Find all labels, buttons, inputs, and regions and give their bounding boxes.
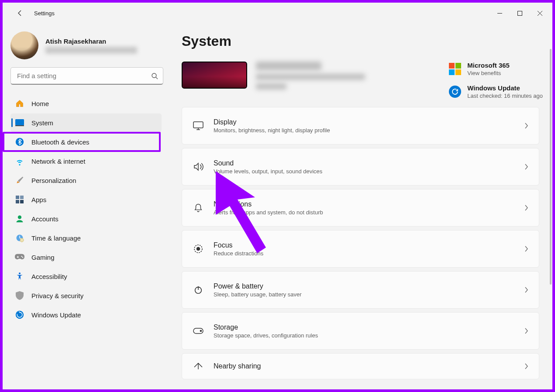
nav-item-label: Windows Update <box>31 311 81 319</box>
nav-item-label: Accessibility <box>31 273 67 280</box>
nav-item-accessibility[interactable]: Accessibility <box>10 267 162 285</box>
clock-globe-icon <box>15 233 24 243</box>
nav-item-personalization[interactable]: Personalization <box>10 171 162 189</box>
main-panel: System Microsoft 365 View benefits <box>169 24 552 389</box>
system-icon <box>15 118 24 127</box>
microsoft-logo-icon <box>449 63 461 75</box>
chevron-right-icon <box>524 205 528 211</box>
nav-item-label: Home <box>31 100 49 107</box>
nav-item-apps[interactable]: Apps <box>10 190 162 209</box>
titlebar: Settings <box>3 3 552 24</box>
nav-item-label: Time & language <box>31 234 81 242</box>
search-icon <box>151 72 158 79</box>
device-info-row: Microsoft 365 View benefits Windows Upda… <box>182 62 543 99</box>
setting-power[interactable]: Power & battery Sleep, battery usage, ba… <box>182 271 539 309</box>
scrollbar[interactable] <box>550 49 552 285</box>
update-title: Windows Update <box>467 84 543 92</box>
home-icon <box>15 99 24 108</box>
chevron-right-icon <box>524 328 528 334</box>
nav-item-accounts[interactable]: Accounts <box>10 210 162 228</box>
svg-point-10 <box>18 216 21 219</box>
profile-name: Atish Rajasekharan <box>45 38 137 45</box>
svg-rect-6 <box>16 196 19 199</box>
avatar <box>10 31 38 59</box>
page-title: System <box>182 33 543 49</box>
minimize-button[interactable] <box>490 6 510 20</box>
nav-item-time-language[interactable]: Time & language <box>10 229 162 247</box>
search-input[interactable] <box>10 67 163 85</box>
setting-sound[interactable]: Sound Volume levels, output, input, soun… <box>182 148 539 186</box>
close-button[interactable] <box>530 6 550 20</box>
nav-item-system[interactable]: System <box>10 113 162 132</box>
nav-item-windows-update[interactable]: Windows Update <box>10 306 162 324</box>
app-title: Settings <box>34 10 55 17</box>
windows-update-card[interactable]: Windows Update Last checked: 16 minutes … <box>449 84 543 99</box>
setting-subtitle: Sleep, battery usage, battery saver <box>214 291 514 298</box>
nav-item-label: Apps <box>31 196 46 203</box>
setting-title: Focus <box>214 241 514 249</box>
focus-icon <box>193 243 204 254</box>
shield-icon <box>15 291 24 300</box>
svg-rect-16 <box>17 256 18 258</box>
svg-rect-19 <box>193 122 203 128</box>
setting-subtitle: Monitors, brightness, night light, displ… <box>214 127 514 134</box>
nav-item-label: Personalization <box>31 177 76 184</box>
nav-item-label: Network & internet <box>31 158 85 165</box>
setting-title: Power & battery <box>214 282 514 290</box>
window-controls <box>490 6 550 20</box>
svg-rect-3 <box>15 119 24 125</box>
svg-rect-7 <box>20 196 24 199</box>
minimize-icon <box>497 11 502 16</box>
chevron-right-icon <box>524 363 528 369</box>
sync-icon <box>15 310 24 320</box>
nav-item-label: Privacy & security <box>31 292 83 299</box>
accessibility-icon <box>15 272 24 281</box>
svg-point-17 <box>19 272 21 274</box>
nav-item-label: System <box>31 119 53 127</box>
ms365-title: Microsoft 365 <box>467 62 510 69</box>
svg-rect-9 <box>20 200 24 203</box>
arrow-left-icon <box>17 10 24 17</box>
setting-nearby-sharing[interactable]: Nearby sharing <box>182 353 539 379</box>
bluetooth-icon <box>15 137 24 147</box>
sidebar: Atish Rajasekharan Home System Bluetooth… <box>3 24 169 389</box>
setting-subtitle: Alerts from apps and system, do not dist… <box>214 209 514 216</box>
setting-notifications[interactable]: Notifications Alerts from apps and syste… <box>182 189 539 227</box>
setting-subtitle: Storage space, drives, configuration rul… <box>214 332 514 339</box>
search-box[interactable] <box>10 67 163 85</box>
storage-icon <box>193 325 204 337</box>
nav-item-gaming[interactable]: Gaming <box>10 248 162 266</box>
nav-item-label: Bluetooth & devices <box>31 138 90 146</box>
chevron-right-icon <box>524 123 528 129</box>
paintbrush-icon <box>15 175 24 185</box>
person-icon <box>15 214 24 224</box>
chevron-right-icon <box>524 246 528 252</box>
setting-title: Nearby sharing <box>214 362 514 370</box>
chevron-right-icon <box>524 287 528 293</box>
nav-item-bluetooth[interactable]: Bluetooth & devices <box>10 133 162 151</box>
svg-point-13 <box>21 256 22 257</box>
setting-storage[interactable]: Storage Storage space, drives, configura… <box>182 312 539 350</box>
setting-focus[interactable]: Focus Reduce distractions <box>182 230 539 268</box>
profile-block[interactable]: Atish Rajasekharan <box>10 31 162 59</box>
settings-list: Display Monitors, brightness, night ligh… <box>182 107 543 379</box>
setting-title: Sound <box>214 159 514 167</box>
nav-item-home[interactable]: Home <box>10 94 162 113</box>
maximize-button[interactable] <box>510 6 530 20</box>
setting-display[interactable]: Display Monitors, brightness, night ligh… <box>182 107 539 144</box>
nav-item-network[interactable]: Network & internet <box>10 152 162 170</box>
display-icon <box>193 120 204 131</box>
setting-subtitle: Reduce distractions <box>214 250 514 257</box>
sync-circle-icon <box>449 86 461 98</box>
nav-item-privacy[interactable]: Privacy & security <box>10 286 162 305</box>
ms365-card[interactable]: Microsoft 365 View benefits <box>449 62 543 76</box>
svg-point-14 <box>22 257 23 258</box>
svg-rect-8 <box>16 200 19 203</box>
back-button[interactable] <box>11 4 29 22</box>
profile-email-redacted <box>45 47 137 54</box>
desktop-preview[interactable] <box>182 62 247 89</box>
wifi-icon <box>15 156 24 166</box>
setting-title: Notifications <box>214 200 514 208</box>
svg-point-24 <box>200 330 201 331</box>
ms365-subtitle: View benefits <box>467 70 510 76</box>
